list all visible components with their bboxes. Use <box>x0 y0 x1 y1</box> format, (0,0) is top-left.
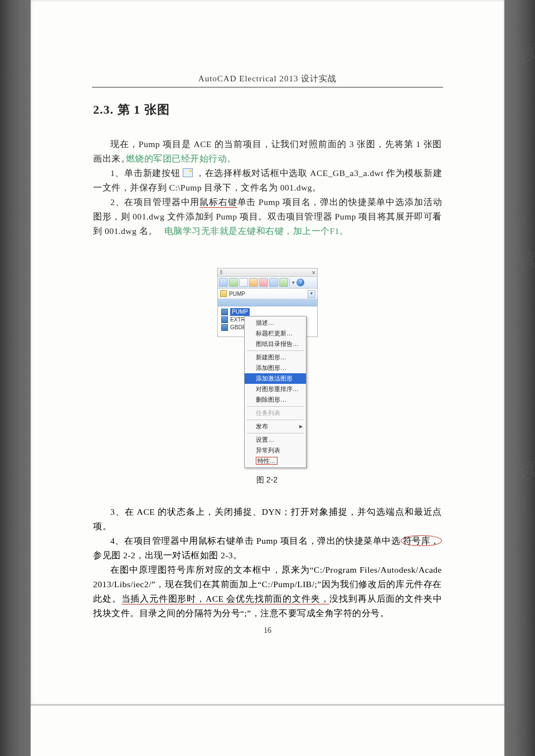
menu-item[interactable]: 特性… <box>245 456 306 466</box>
underlined-red: 鼠标右键 <box>200 197 237 208</box>
menu-separator <box>247 420 304 420</box>
watermark: 读 <box>517 456 535 486</box>
next-page-sliver <box>31 705 504 756</box>
chevron-down-icon[interactable]: ▾ <box>291 280 295 285</box>
menu-separator <box>247 406 304 407</box>
menu-separator <box>247 350 304 351</box>
menu-item[interactable]: 图纸目录报告… <box>245 339 306 349</box>
paragraph: 1、单击新建按钮 ，在选择样板对话框中选取 ACE_GB_a3_a.dwt 作为… <box>93 166 442 195</box>
tree-item[interactable]: PUMP <box>221 308 317 316</box>
menu-item[interactable]: 标题栏更新… <box>245 328 306 339</box>
menu-item[interactable]: 发布 <box>245 421 306 432</box>
embedded-figure: × ▾ ? PUMP ▾ <box>217 268 317 485</box>
menu-item[interactable]: 删除图形… <box>245 394 306 405</box>
tree-label: PUMP <box>230 308 250 316</box>
text-run: 2、在项目管理器中用 <box>110 197 200 207</box>
section-heading: 2.3. 第 1 张图 <box>93 101 442 118</box>
project-icon <box>221 324 228 331</box>
paragraph: 3、在 ACE 的状态条上，关闭捕捉、DYN；打开对象捕捉，并勾选端点和最近点项… <box>93 505 442 534</box>
text-run: 参见图 2-2，出现一对话框如图 2-3。 <box>93 550 242 560</box>
toolbar-icon[interactable] <box>259 278 268 287</box>
project-icon <box>221 309 228 315</box>
annotation-green: 燃烧的军团已经开始行动。 <box>126 154 236 163</box>
context-menu: 描述…标题栏更新…图纸目录报告…新建图形…添加图形…添加激活图形对图形重排序…删… <box>244 316 307 468</box>
close-icon[interactable]: × <box>312 269 315 276</box>
page-number: 16 <box>31 626 504 635</box>
book-page: AutoCAD Electrical 2013 设计实战 2.3. 第 1 张图… <box>31 0 504 705</box>
running-head-rule <box>92 87 443 87</box>
text-run: 4、在项目管理器中用鼠标右键单击 Pump 项目名，弹出的快捷菜单中选 <box>110 536 401 545</box>
toolbar-icon[interactable] <box>229 278 238 287</box>
menu-item[interactable]: 设置… <box>245 435 306 445</box>
panel-band <box>218 299 317 306</box>
toolbar-icon[interactable] <box>249 278 258 287</box>
menu-item[interactable]: 对图形重排序… <box>245 384 306 394</box>
running-head: AutoCAD Electrical 2013 设计实战 <box>31 74 504 84</box>
project-name: PUMP <box>229 291 245 297</box>
menu-item[interactable]: 新建图形… <box>245 352 306 363</box>
main-content: 2.3. 第 1 张图 现在，Pump 项目是 ACE 的当前项目，让我们对照前… <box>93 101 442 238</box>
separator <box>289 279 290 286</box>
toolbar-icon[interactable] <box>269 278 278 287</box>
menu-item[interactable]: 异常列表 <box>245 445 306 456</box>
underlined-red: 当插入元件图形时，ACE 会优先找前面的文件夹， <box>121 594 330 604</box>
menu-item: 任务列表 <box>245 408 306 418</box>
folder-icon <box>220 290 227 297</box>
circled-red: 符号库， <box>401 535 442 546</box>
annotation-green: 电脑学习无非就是左键和右键，加上一个F1。 <box>164 226 349 236</box>
toolbar-icon[interactable] <box>239 278 248 287</box>
paragraph: 4、在项目管理器中用鼠标右键单击 Pump 项目名，弹出的快捷菜单中选符号库，参… <box>93 534 442 563</box>
figure-caption: 图 2-2 <box>217 475 317 485</box>
new-file-icon <box>183 168 193 177</box>
panel-toolbar: ▾ ? <box>218 277 317 289</box>
paragraph: 在图中原理图符号库所对应的文本框中，原来为“C:/Program Files/A… <box>93 563 442 621</box>
watermark: 读 <box>517 38 535 68</box>
text-run: 1、单击新建按钮 <box>110 168 181 178</box>
toolbar-icon[interactable] <box>279 278 288 287</box>
paragraph: 2、在项目管理器中用鼠标右键单击 Pump 项目名，弹出的快捷菜单中选添加活动图… <box>93 195 442 238</box>
menu-item[interactable]: 添加图形… <box>245 363 306 373</box>
menu-item[interactable]: 描述… <box>245 318 306 328</box>
help-icon[interactable]: ? <box>296 279 304 286</box>
menu-item[interactable]: 添加激活图形 <box>245 373 306 384</box>
toolbar-icon[interactable] <box>219 278 228 287</box>
watermark: 读 <box>517 247 535 277</box>
panel-titlebar[interactable]: × <box>218 269 317 277</box>
project-icon <box>221 316 228 323</box>
reader-viewport: 读 读 读 AutoCAD Electrical 2013 设计实战 2.3. … <box>0 0 535 756</box>
lower-text: 3、在 ACE 的状态条上，关闭捕捉、DYN；打开对象捕捉，并勾选端点和最近点项… <box>93 505 442 621</box>
grip-icon <box>220 270 222 275</box>
current-project-row[interactable]: PUMP ▾ <box>218 289 317 299</box>
menu-separator <box>247 433 304 433</box>
chevron-down-icon[interactable]: ▾ <box>308 290 315 298</box>
